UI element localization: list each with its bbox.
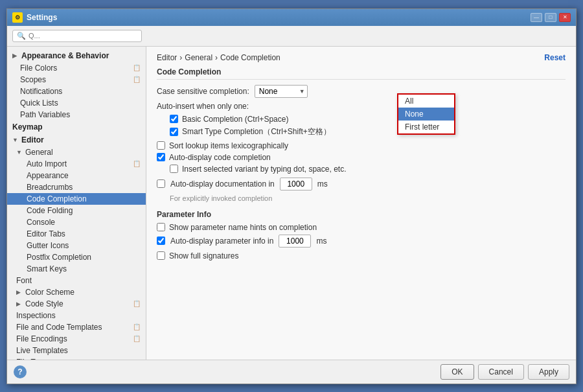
- case-sensitive-dropdown-overlay: All None First letter: [397, 93, 455, 135]
- breadcrumb: Editor › General › Code Completion Reset: [157, 53, 566, 62]
- sort-lookup-label: Sort lookup items lexicographically: [169, 141, 288, 150]
- show-full-sig-row: Show full signatures: [157, 251, 566, 260]
- badge-icon: 📋: [133, 76, 141, 83]
- content-area: Editor › General › Code Completion Reset…: [146, 47, 576, 360]
- show-full-sig-label: Show full signatures: [169, 251, 238, 260]
- auto-insert-row: Auto-insert when only one:: [157, 102, 566, 111]
- search-wrap: 🔍: [12, 30, 142, 42]
- badge-icon: 📋: [133, 323, 141, 330]
- minimize-button[interactable]: —: [531, 13, 542, 22]
- title-controls: — □ ✕: [531, 13, 571, 22]
- smart-type-row: Smart Type Completion（Ctrl+Shift+空格）: [170, 126, 566, 137]
- auto-display-doc-ms-label: ms: [317, 179, 328, 189]
- auto-display-param-label: Auto-display parameter info in: [170, 236, 273, 246]
- sidebar-item-code-completion[interactable]: Code Completion: [7, 193, 146, 205]
- arrow-icon: ▼: [12, 137, 20, 143]
- smart-type-label: Smart Type Completion（Ctrl+Shift+空格）: [182, 126, 331, 137]
- sidebar-item-file-code-templates[interactable]: File and Code Templates 📋: [7, 321, 146, 333]
- window-icon: ⚙: [12, 12, 23, 23]
- arrow-icon: ▼: [16, 149, 24, 156]
- badge-icon: 📋: [133, 335, 141, 342]
- basic-completion-checkbox[interactable]: [170, 115, 178, 123]
- param-info-title: Parameter Info: [157, 210, 566, 219]
- sidebar-item-auto-import[interactable]: Auto Import 📋: [7, 158, 146, 170]
- auto-display-completion-row: Auto-display code completion: [157, 153, 566, 162]
- sidebar-item-editor-tabs[interactable]: Editor Tabs: [7, 228, 146, 240]
- case-sensitive-select-wrap: All None First letter ▼: [255, 85, 308, 98]
- case-sensitive-select[interactable]: All None First letter: [255, 85, 308, 98]
- dropdown-option-none[interactable]: None: [398, 108, 454, 121]
- main-content: ▶ Appearance & Behavior File Colors 📋 Sc…: [7, 47, 576, 360]
- auto-display-param-checkbox[interactable]: [157, 236, 165, 245]
- sidebar-item-file-colors[interactable]: File Colors 📋: [7, 62, 146, 74]
- ok-button[interactable]: OK: [440, 364, 474, 380]
- auto-display-doc-row: Auto-display documentation in ms: [157, 178, 566, 190]
- insert-selected-checkbox[interactable]: [170, 165, 178, 173]
- sidebar-item-file-types[interactable]: File Types: [7, 356, 146, 360]
- sidebar-item-gutter-icons[interactable]: Gutter Icons: [7, 240, 146, 251]
- bottom-bar: ? OK Cancel Apply: [7, 360, 576, 384]
- arrow-icon: ▶: [12, 52, 20, 59]
- insert-selected-label: Insert selected variant by typing dot, s…: [182, 165, 346, 174]
- auto-display-doc-checkbox[interactable]: [157, 179, 165, 188]
- show-full-sig-checkbox[interactable]: [157, 251, 165, 260]
- window-title: Settings: [27, 13, 57, 22]
- sidebar-item-inspections[interactable]: Inspections: [7, 310, 146, 321]
- sidebar-item-keymap[interactable]: Keymap: [7, 121, 146, 133]
- apply-button[interactable]: Apply: [528, 364, 569, 380]
- cancel-button[interactable]: Cancel: [478, 364, 524, 380]
- auto-display-param-row: Auto-display parameter info in ms: [157, 235, 566, 248]
- case-sensitive-label: Case sensitive completion:: [157, 87, 249, 96]
- sidebar-item-file-encodings[interactable]: File Encodings 📋: [7, 333, 146, 345]
- sidebar-item-code-folding[interactable]: Code Folding: [7, 205, 146, 216]
- sidebar-item-smart-keys[interactable]: Smart Keys: [7, 263, 146, 275]
- sidebar: ▶ Appearance & Behavior File Colors 📋 Sc…: [7, 47, 146, 360]
- maximize-button[interactable]: □: [545, 13, 556, 22]
- badge-icon: 📋: [133, 64, 141, 71]
- sidebar-item-editor[interactable]: ▼ Editor: [7, 133, 146, 146]
- sidebar-item-path-variables[interactable]: Path Variables: [7, 109, 146, 121]
- auto-display-doc-label: Auto-display documentation in: [170, 179, 275, 189]
- sidebar-item-breadcrumbs[interactable]: Breadcrumbs: [7, 181, 146, 193]
- sidebar-item-scopes[interactable]: Scopes 📋: [7, 74, 146, 86]
- badge-icon: 📋: [133, 300, 141, 307]
- breadcrumb-sep1: ›: [179, 53, 182, 62]
- insert-selected-row: Insert selected variant by typing dot, s…: [170, 165, 566, 174]
- sidebar-item-code-style[interactable]: ▶ Code Style 📋: [7, 298, 146, 310]
- sidebar-item-quick-lists[interactable]: Quick Lists: [7, 97, 146, 109]
- sidebar-item-general[interactable]: ▼ General: [7, 146, 146, 158]
- close-button[interactable]: ✕: [559, 13, 571, 22]
- sidebar-item-color-scheme[interactable]: ▶ Color Scheme: [7, 286, 146, 298]
- badge-icon: 📋: [133, 160, 141, 167]
- show-param-hints-label: Show parameter name hints on completion: [169, 223, 317, 232]
- search-icon: 🔍: [17, 32, 26, 40]
- breadcrumb-sep2: ›: [215, 53, 218, 62]
- show-param-hints-row: Show parameter name hints on completion: [157, 223, 566, 232]
- auto-display-param-ms-input[interactable]: [279, 235, 311, 248]
- sidebar-item-console[interactable]: Console: [7, 216, 146, 228]
- auto-insert-label: Auto-insert when only one:: [157, 102, 249, 111]
- explicitly-invoked-hint: For explicitly invoked completion: [170, 194, 566, 202]
- search-input[interactable]: [29, 32, 137, 40]
- sidebar-item-appearance-behavior[interactable]: ▶ Appearance & Behavior: [7, 49, 146, 62]
- window-body: 🔍 ▶ Appearance & Behavior File Colors 📋: [7, 26, 576, 384]
- dropdown-option-first-letter[interactable]: First letter: [398, 121, 454, 133]
- smart-type-checkbox[interactable]: [170, 128, 178, 136]
- sort-lookup-checkbox[interactable]: [157, 141, 165, 150]
- sidebar-item-postfix-completion[interactable]: Postfix Completion: [7, 251, 146, 263]
- sidebar-item-notifications[interactable]: Notifications: [7, 86, 146, 97]
- show-param-hints-checkbox[interactable]: [157, 223, 165, 231]
- reset-button[interactable]: Reset: [544, 53, 566, 62]
- basic-completion-row: Basic Completion (Ctrl+Space): [170, 115, 566, 124]
- sidebar-item-appearance[interactable]: Appearance: [7, 170, 146, 181]
- auto-display-completion-checkbox[interactable]: [157, 153, 165, 161]
- search-bar: 🔍: [7, 26, 576, 47]
- help-button[interactable]: ?: [14, 365, 27, 378]
- auto-display-doc-ms-input[interactable]: [280, 178, 312, 190]
- sidebar-item-font[interactable]: Font: [7, 275, 146, 286]
- dropdown-option-all[interactable]: All: [398, 95, 454, 108]
- title-bar: ⚙ Settings — □ ✕: [7, 9, 576, 26]
- section-title: Code Completion: [157, 67, 566, 80]
- auto-display-completion-label: Auto-display code completion: [169, 153, 271, 162]
- sidebar-item-live-templates[interactable]: Live Templates: [7, 345, 146, 356]
